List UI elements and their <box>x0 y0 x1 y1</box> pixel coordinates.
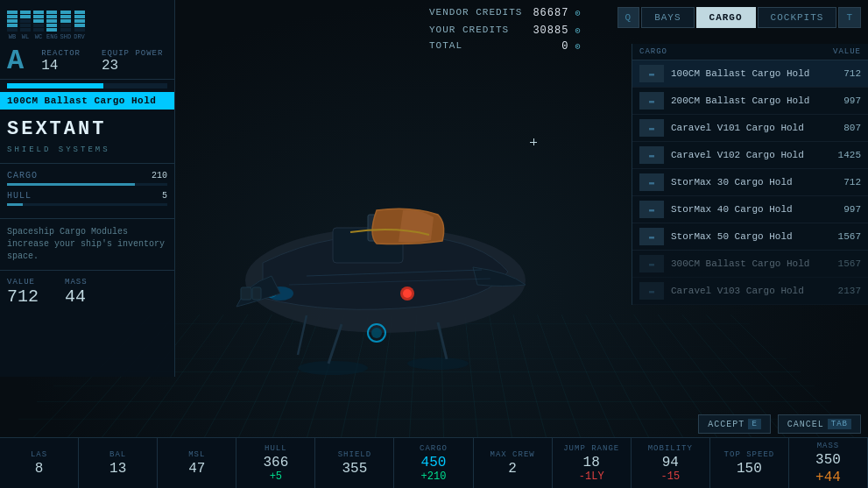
cargo-item-0[interactable]: ▬100CM Ballast Cargo Hold712 <box>632 60 868 88</box>
cargo-item-icon-0: ▬ <box>639 65 664 82</box>
logo-section: SEXTANT SHIELD SYSTEMS <box>0 111 174 164</box>
bstat-value-5: 450 <box>421 455 447 470</box>
bstat-label-5: CARGO <box>420 444 448 453</box>
tab-bays[interactable]: BAYS <box>641 7 694 28</box>
cargo-item-name-6: StorMax 50 Cargo Hold <box>671 231 819 242</box>
bstat-label-6: MAX CREW <box>490 450 535 459</box>
bottom-stat-top-speed: TOP SPEED150 <box>710 438 789 488</box>
equip-value: 23 <box>102 58 163 74</box>
cargo-item-name-1: 200CM Ballast Cargo Hold <box>671 95 819 106</box>
bstat-delta-8: -15 <box>660 470 680 483</box>
logo-sub: SHIELD SYSTEMS <box>7 145 110 154</box>
cargo-item-value-3: 1425 <box>826 150 861 160</box>
accept-button[interactable]: ACCEPT E <box>698 414 770 434</box>
tab-t[interactable]: T <box>838 7 861 28</box>
value-mass: VALUE 712 MASS 44 <box>0 271 174 314</box>
cargo-item-icon-6: ▬ <box>639 228 664 245</box>
accept-key: E <box>748 419 760 429</box>
power-bar-container <box>0 80 174 90</box>
bottom-stat-mobility: MOBILITY94-15 <box>632 438 710 488</box>
bottom-bar: LAS8BAL13MSL47HULL366+5SHIELD355CARGO450… <box>0 437 868 488</box>
bottom-stat-jump-range: JUMP RANGE18-1LY <box>553 438 632 488</box>
bstat-label-9: TOP SPEED <box>724 450 775 459</box>
svg-point-14 <box>407 357 469 370</box>
logo-text: SEXTANT <box>7 118 167 140</box>
bstat-value-0: 8 <box>35 461 44 477</box>
reactor-row: A REACTOR 14 EQUIP POWER 23 <box>0 44 174 80</box>
bstat-value-3: 366 <box>263 455 288 470</box>
bar-wc: WC <box>33 11 44 40</box>
cargo-item-name-4: StorMax 30 Cargo Hold <box>671 177 819 187</box>
bstat-value-7: 18 <box>583 455 600 470</box>
mass-number: 44 <box>65 286 88 307</box>
cancel-key: TAB <box>828 419 851 429</box>
equip-label: EQUIP POWER <box>102 49 163 58</box>
bstat-delta-3: +5 <box>270 470 282 483</box>
value-number: 712 <box>7 286 39 307</box>
cargo-item-8[interactable]: ▬Caravel V103 Cargo Hold2137 <box>632 278 868 305</box>
nav-tabs: Q BAYS CARGO COCKPITS T <box>617 7 861 28</box>
cargo-item-6[interactable]: ▬StorMax 50 Cargo Hold1567 <box>632 223 868 251</box>
tab-cockpits[interactable]: COCKPITS <box>758 7 837 28</box>
cargo-item-name-2: Caravel V101 Cargo Hold <box>671 123 819 133</box>
bstat-label-1: BAL <box>109 450 126 459</box>
reactor-label: REACTOR <box>41 49 81 58</box>
cargo-item-2[interactable]: ▬Caravel V101 Cargo Hold807 <box>632 115 868 142</box>
bottom-stat-max-crew: MAX CREW2 <box>474 438 553 488</box>
bstat-delta-5: +210 <box>421 470 447 483</box>
svg-rect-9 <box>241 287 251 300</box>
bstat-value-6: 2 <box>508 461 517 477</box>
svg-point-4 <box>403 289 412 298</box>
bar-wb: WB <box>7 11 18 40</box>
tab-cargo[interactable]: CARGO <box>696 7 756 28</box>
your-credits-label: YOUR CREDITS <box>429 25 509 37</box>
cargo-item-3[interactable]: ▬Caravel V102 Cargo Hold1425 <box>632 142 868 169</box>
cargo-item-name-0: 100CM Ballast Cargo Hold <box>671 68 819 79</box>
cargo-item-1[interactable]: ▬200CM Ballast Cargo Hold997 <box>632 88 868 115</box>
cargo-item-icon-3: ▬ <box>639 146 664 164</box>
power-bar-fill <box>7 83 103 88</box>
svg-point-6 <box>371 328 382 338</box>
bstat-label-3: HULL <box>265 444 287 453</box>
bstat-label-8: MOBILITY <box>648 444 693 453</box>
cargo-item-4[interactable]: ▬StorMax 30 Cargo Hold712 <box>632 169 868 196</box>
cargo-item-name-7: 300CM Ballast Cargo Hold <box>671 258 819 269</box>
bstat-value-1: 13 <box>109 461 126 477</box>
tab-q[interactable]: Q <box>617 7 640 28</box>
vendor-credits-label: VENDOR CREDITS <box>429 7 522 18</box>
cargo-item-name-3: Caravel V102 Cargo Hold <box>671 150 819 160</box>
vert-bars: WB WL WC ENG SHD DRV <box>0 0 174 44</box>
cargo-item-value-0: 712 <box>826 68 861 79</box>
total-value: 0 ⊙ <box>561 40 581 53</box>
cargo-item-value-7: 1567 <box>826 258 861 269</box>
cargo-item-value-4: 712 <box>826 177 861 187</box>
cargo-item-name-8: Caravel V103 Cargo Hold <box>671 286 819 296</box>
bottom-stat-hull: HULL366+5 <box>236 438 315 488</box>
stats-bottom: LAS8BAL13MSL47HULL366+5SHIELD355CARGO450… <box>0 438 868 488</box>
svg-point-13 <box>298 361 368 375</box>
cargo-item-icon-5: ▬ <box>639 201 664 218</box>
description: Spaceship Cargo Modules increase your sh… <box>0 219 174 271</box>
hull-value: 5 <box>162 191 167 201</box>
cargo-item-7[interactable]: ▬300CM Ballast Cargo Hold1567 <box>632 251 868 278</box>
cargo-item-icon-8: ▬ <box>639 282 664 300</box>
bar-eng: ENG <box>46 11 58 40</box>
bstat-label-10: MASS <box>817 442 840 450</box>
svg-line-15 <box>328 324 342 364</box>
cargo-item-5[interactable]: ▬StorMax 40 Cargo Hold997 <box>632 196 868 223</box>
accept-label: ACCEPT <box>708 420 745 429</box>
bstat-label-7: JUMP RANGE <box>563 444 619 453</box>
reactor-grade: A <box>7 47 24 75</box>
item-name-bar: 100CM Ballast Cargo Hold <box>0 92 174 110</box>
cancel-button[interactable]: CANCEL TAB <box>778 414 861 434</box>
bottom-stat-bal: BAL13 <box>79 438 158 488</box>
bstat-label-2: MSL <box>188 450 205 459</box>
cargo-item-icon-1: ▬ <box>639 92 664 110</box>
bstat-value-9: 150 <box>737 461 762 477</box>
svg-rect-10 <box>252 287 261 300</box>
bstat-label-0: LAS <box>31 450 47 459</box>
hull-label: HULL <box>7 191 32 201</box>
bstat-value-4: 355 <box>342 461 368 477</box>
vendor-credits-value: 86687 ⊙ <box>533 7 581 21</box>
bottom-stat-msl: MSL47 <box>158 438 236 488</box>
